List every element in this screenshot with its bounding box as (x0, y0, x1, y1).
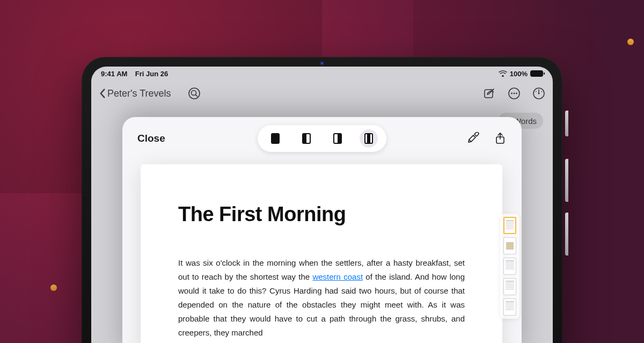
back-label: Peter's Trevels (107, 88, 171, 99)
document-title: The First Morning (178, 203, 465, 226)
page-left-icon (302, 133, 311, 144)
decorative-dot (627, 39, 634, 45)
screen: 9:41 AM Fri Jun 26 100% Peter's (91, 67, 553, 343)
view-mode-left[interactable] (297, 129, 316, 148)
page-full-icon (271, 133, 280, 144)
status-time: 9:41 AM (101, 70, 127, 78)
search-icon[interactable] (188, 87, 201, 100)
sheet-toolbar: Close (122, 117, 522, 160)
view-mode-center[interactable] (360, 129, 378, 148)
volume-up-button (565, 159, 568, 202)
gauge-icon[interactable] (532, 87, 545, 100)
page-thumbnails[interactable] (500, 214, 519, 319)
close-button[interactable]: Close (137, 133, 165, 144)
front-camera (320, 61, 324, 65)
document-page[interactable]: The First Morning It was six o'clock in … (141, 164, 502, 343)
view-mode-right[interactable] (328, 129, 347, 148)
power-button (565, 111, 568, 136)
svg-point-1 (189, 88, 200, 99)
svg-line-12 (536, 91, 537, 92)
thumbnail-page-3[interactable] (503, 258, 516, 275)
svg-point-6 (511, 93, 513, 94)
svg-line-3 (196, 95, 197, 97)
format-brush-icon[interactable] (467, 132, 480, 145)
wifi-icon (499, 70, 507, 77)
share-icon[interactable] (494, 132, 507, 145)
more-icon[interactable] (508, 87, 521, 100)
compose-icon[interactable] (483, 87, 496, 100)
chevron-left-icon (99, 89, 106, 98)
volume-down-button (565, 213, 568, 256)
preview-sheet: Close (122, 117, 522, 343)
thumbnail-page-2[interactable] (503, 237, 516, 254)
inline-link[interactable]: western coast (312, 272, 363, 281)
battery-icon (530, 70, 543, 77)
page-center-icon (364, 133, 373, 144)
view-mode-full[interactable] (266, 129, 284, 148)
status-date: Fri Jun 26 (135, 70, 168, 78)
ipad-frame: 9:41 AM Fri Jun 26 100% Peter's (82, 57, 562, 343)
view-mode-segmented (258, 125, 386, 152)
battery-pct: 100% (510, 70, 528, 78)
document-body: It was six o'clock in the morning when t… (178, 256, 465, 340)
status-bar: 9:41 AM Fri Jun 26 100% (91, 67, 553, 79)
svg-point-0 (502, 75, 503, 77)
svg-point-8 (516, 93, 517, 94)
back-button[interactable]: Peter's Trevels (99, 88, 171, 99)
svg-point-7 (514, 93, 515, 94)
svg-line-13 (541, 91, 543, 92)
nav-bar: Peter's Trevels (91, 82, 553, 105)
page-right-icon (333, 133, 342, 144)
thumbnail-page-4[interactable] (503, 278, 516, 295)
svg-point-11 (538, 93, 540, 94)
thumbnail-page-1[interactable] (503, 217, 516, 234)
decorative-dot (50, 284, 57, 291)
thumbnail-page-5[interactable] (503, 298, 516, 316)
